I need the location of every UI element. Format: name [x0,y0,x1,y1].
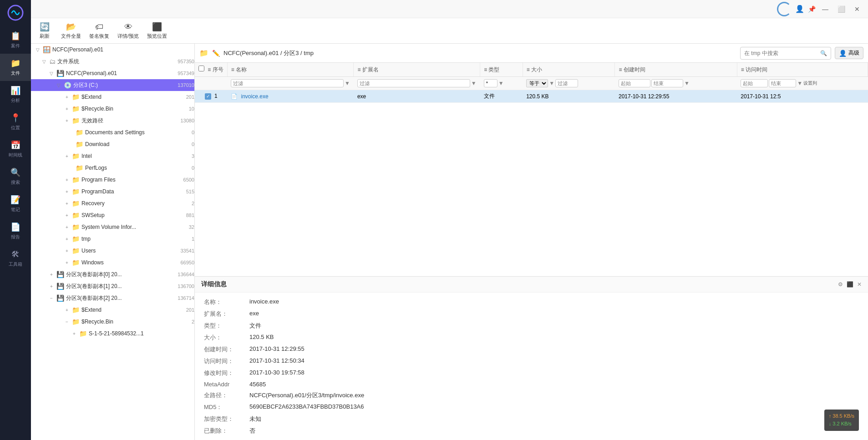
tree-toggle-invalid[interactable]: + [64,118,70,123]
detail-split-icon[interactable]: ⬛ [847,281,853,288]
th-name[interactable]: ≡ 名称 [227,63,354,77]
tree-toggle-tmp[interactable]: + [64,237,70,242]
size-operator-select[interactable]: 等于 大于 小于 [526,79,548,87]
filter-name-icon[interactable]: ▼ [345,80,350,86]
tree-toggle-s2e[interactable]: + [64,308,70,313]
tree-users[interactable]: + 📁 Users 33541 [31,245,194,257]
sidebar-item-case[interactable]: 📋 案件 [0,26,31,54]
row-checkbox-cell[interactable]: ✓ 1 [195,90,227,103]
tree-windows[interactable]: + 📁 Windows 66950 [31,257,194,268]
select-all-checkbox[interactable] [198,66,204,71]
sidebar-item-notes[interactable]: 📝 笔记 [0,190,31,217]
tree-shadow2-recycle[interactable]: − 📁 $Recycle.Bin 2 [31,316,194,328]
filter-accessed-end[interactable] [769,79,796,87]
advanced-button[interactable]: 👤 高级 [835,47,863,59]
detail-preview-button[interactable]: 👁 详情/预览 [117,22,139,40]
tree-toggle-intel[interactable]: + [64,154,70,159]
tree-filesystem[interactable]: ▽ 🗂 文件系统 957350 [31,56,194,67]
edit-path-icon[interactable]: ✏️ [212,50,220,57]
tree-toggle-drive[interactable]: ▽ [48,71,55,76]
detail-settings-icon[interactable]: ⚙ [838,281,843,288]
tree-toggle-windows[interactable]: + [64,260,70,265]
refresh-button[interactable]: 🔄 刷新 [36,22,53,40]
tree-toggle-pd[interactable]: + [64,189,70,194]
show-all-button[interactable]: 📂 文件全显 [61,22,81,40]
tree-download[interactable]: 📁 Download 0 [31,138,194,150]
tree-shadow0[interactable]: + 💾 分区3(卷影副本[0] 20... 136644 [31,268,194,280]
tree-toggle-extend[interactable]: + [64,95,70,100]
sidebar-item-tools[interactable]: 🛠 工具箱 [0,245,31,272]
tree-toggle-s0[interactable]: + [48,272,55,277]
tree-toggle-recycle[interactable]: + [64,106,70,111]
tree-toggle-users[interactable]: + [64,248,70,253]
tree-partition3[interactable]: ▽ 💿 分区3 (C:) 137010 [31,79,194,91]
tree-intel[interactable]: + 📁 Intel 3 [31,150,194,162]
tree-shadow2[interactable]: − 💾 分区3(卷影副本[2] 20... 136714 [31,292,194,304]
filter-type-value[interactable] [484,79,497,87]
filter-size-input[interactable] [555,79,578,87]
filter-name-input[interactable] [231,79,344,87]
tree-extend[interactable]: + 📁 $Extend 201 [31,91,194,103]
search-icon[interactable]: 🔍 [820,50,827,56]
tree-toggle-s2sid[interactable]: + [71,331,77,336]
filter-created-start[interactable] [619,79,650,87]
th-type[interactable]: ≡ 类型 [480,63,523,77]
tree-recycle[interactable]: + 📁 $Recycle.Bin 10 [31,103,194,115]
tree-programdata[interactable]: + 📁 ProgramData 515 [31,186,194,197]
preview-pos-button[interactable]: ⬛ 预览位置 [147,22,167,40]
folder-tmp-icon: 📁 [72,235,80,243]
tree-toggle-sw[interactable]: + [64,213,70,218]
filter-created-icon[interactable]: ▼ [684,80,690,86]
tree-perflogs[interactable]: 📁 PerfLogs 0 [31,162,194,174]
tree-shadow2-extend[interactable]: + 📁 $Extend 201 [31,304,194,316]
th-created[interactable]: ≡ 创建时间 [615,63,737,77]
tree-docs-settings[interactable]: + 📁 Documents and Settings 0 [31,126,194,138]
th-size[interactable]: ≡ 大小 [523,63,615,77]
sidebar-item-report[interactable]: 📄 报告 [0,217,31,245]
tree-invalid-path[interactable]: + 📁 无效路径 13080 [31,115,194,126]
tree-root[interactable]: ▽ 🪟 NCFC(Personal).e01 [31,44,194,56]
th-ext[interactable]: ≡ 扩展名 [354,63,480,77]
sidebar-item-location[interactable]: 📍 位置 [0,108,31,136]
tree-recovery[interactable]: + 📁 Recovery 2 [31,197,194,209]
size-filter-icon[interactable]: ▼ [549,80,554,86]
tree-shadow1[interactable]: + 💾 分区3(卷影副本[1] 20... 136700 [31,280,194,292]
tree-drive[interactable]: ▽ 💾 NCFC(Personal).e01 957349 [31,67,194,79]
settings-col-label[interactable]: 设置列 [803,80,817,86]
tree-toggle-recovery[interactable]: + [64,201,70,206]
tree-toggle-svi[interactable]: + [64,225,70,230]
filter-ext-input[interactable] [357,79,470,87]
filter-created-end[interactable] [651,79,683,87]
tree-toggle-p3[interactable]: ▽ [56,83,62,88]
search-input[interactable] [744,50,820,56]
filter-ext-icon[interactable]: ▼ [471,80,477,86]
filter-accessed-start[interactable] [741,79,768,87]
tree-toggle-fs[interactable]: ▽ [41,59,47,64]
tree-swsetup[interactable]: + 📁 SWSetup 881 [31,209,194,221]
sidebar-item-search[interactable]: 🔍 搜索 [0,163,31,190]
tree-shadow2-sid[interactable]: + 📁 S-1-5-21-58984532...1 [31,328,194,339]
filter-type-icon[interactable]: ▼ [498,80,504,86]
detail-close-icon[interactable]: ✕ [857,281,862,288]
close-button[interactable]: ✕ [852,5,863,14]
tree-toggle-root[interactable]: ▽ [35,47,41,52]
th-accessed[interactable]: ≡ 访问时间 [737,63,868,77]
tree-toggle-pf[interactable]: + [64,177,70,182]
minimize-button[interactable]: — [819,5,831,14]
filter-accessed-icon[interactable]: ▼ [797,80,802,86]
table-row[interactable]: ✓ 1 📄 invoice.exe exe 文件 120.5 KB 2017-1… [195,90,868,103]
tree-programfiles[interactable]: + 📁 Program Files 6500 [31,174,194,186]
row-name-text[interactable]: invoice.exe [241,93,269,100]
sign-restore-button[interactable]: 🏷 签名恢复 [89,22,109,40]
tree-toggle-s1[interactable]: + [48,284,55,289]
th-checkbox[interactable]: ≡ 序号 [195,63,227,77]
tree-sysvolinfo[interactable]: + 📁 System Volume Infor... 32 [31,221,194,233]
sidebar-item-timeline[interactable]: 📅 时间线 [0,136,31,163]
maximize-button[interactable]: ⬜ [835,5,848,14]
tree-toggle-s2r[interactable]: − [64,319,70,324]
sidebar-item-analysis[interactable]: 📊 分析 [0,81,31,108]
tree-tmp[interactable]: + 📁 tmp 1 [31,233,194,245]
checkbox-checked[interactable]: ✓ [205,93,211,100]
sidebar-item-file[interactable]: 📁 文件 [0,54,31,81]
tree-toggle-s2[interactable]: − [48,296,55,301]
